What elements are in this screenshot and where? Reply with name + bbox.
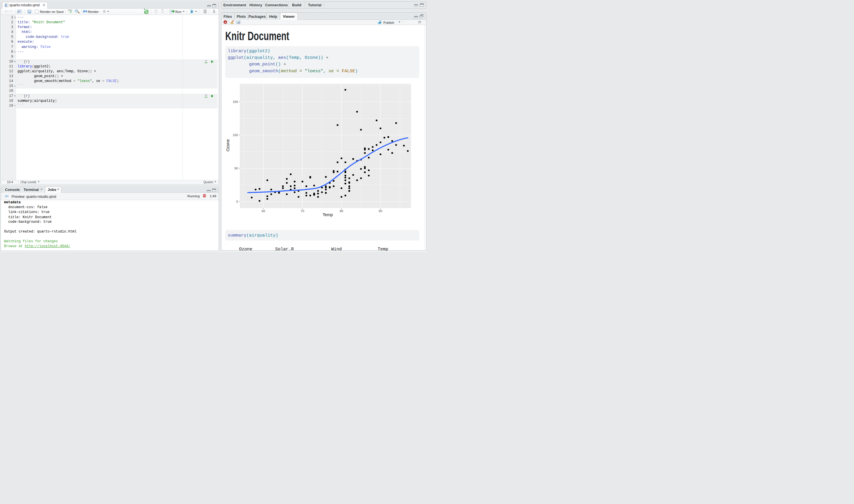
svg-text:70: 70 [301, 209, 304, 213]
svg-text:90: 90 [379, 209, 382, 213]
svg-text:Ozone: Ozone [226, 139, 230, 152]
svg-text:Temp: Temp [323, 213, 333, 217]
svg-text:150: 150 [233, 100, 238, 104]
svg-text:60: 60 [262, 209, 265, 213]
svg-text:50: 50 [234, 166, 238, 170]
svg-text:0: 0 [236, 200, 238, 203]
svg-text:80: 80 [340, 209, 343, 213]
svg-text:100: 100 [233, 133, 238, 137]
